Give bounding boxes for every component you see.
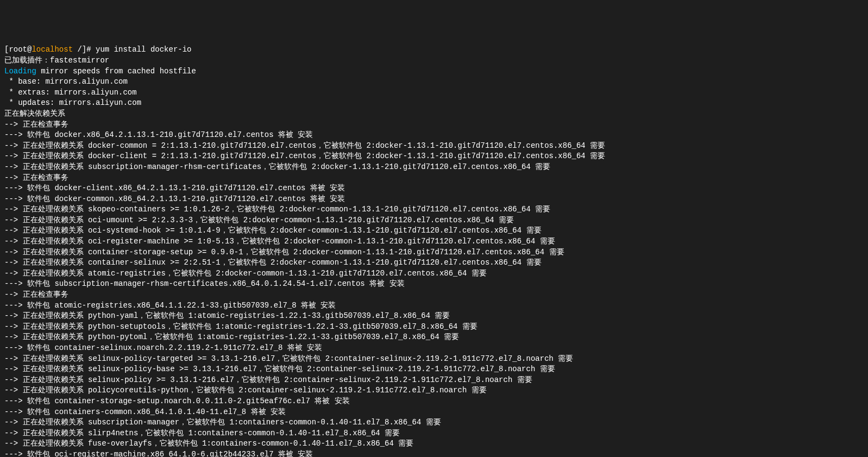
output-segment: Loading xyxy=(4,67,36,76)
output-line: --> 正在处理依赖关系 python-yaml，它被软件包 1:atomic-… xyxy=(4,311,864,322)
output-line: --> 正在处理依赖关系 container-storage-setup >= … xyxy=(4,247,864,258)
output-line: --> 正在处理依赖关系 subscription-manager-rhsm-c… xyxy=(4,162,864,173)
output-line: --> 正在处理依赖关系 selinux-policy-base >= 3.13… xyxy=(4,364,864,375)
output-text: ---> 软件包 docker-client.x86_64.2.1.13.1-2… xyxy=(4,184,345,192)
prompt-suffix: /]# xyxy=(73,45,96,54)
output-text: --> 正在处理依赖关系 container-storage-setup >= … xyxy=(4,248,564,256)
output-text: --> 正在检查事务 xyxy=(4,173,68,182)
output-text: --> 正在处理依赖关系 docker-client = 2:1.13.1-21… xyxy=(4,152,605,160)
output-line: * base: mirrors.aliyun.com xyxy=(4,77,864,87)
output-line: --> 正在检查事务 xyxy=(4,290,864,301)
output-line: --> 正在检查事务 xyxy=(4,173,864,184)
output-line: --> 正在处理依赖关系 python-setuptools，它被软件包 1:a… xyxy=(4,322,864,333)
output-text: 已加载插件：fastestmirror xyxy=(4,56,109,65)
prompt-prefix: [root@ xyxy=(4,45,32,54)
output-text: ---> 软件包 container-selinux.noarch.2.2.11… xyxy=(4,343,322,352)
output-line: --> 正在处理依赖关系 docker-common = 2:1.13.1-21… xyxy=(4,141,864,152)
output-line: --> 正在处理依赖关系 container-selinux >= 2:2.51… xyxy=(4,258,864,268)
output-text: --> 正在处理依赖关系 slirp4netns，它被软件包 1:contain… xyxy=(4,429,400,437)
output-text: --> 正在处理依赖关系 fuse-overlayfs，它被软件包 1:cont… xyxy=(4,439,413,448)
output-line: --> 正在处理依赖关系 skopeo-containers >= 1:0.1.… xyxy=(4,204,864,215)
output-line: 正在解决依赖关系 xyxy=(4,109,864,120)
output-text: --> 正在处理依赖关系 oci-systemd-hook >= 1:0.1.4… xyxy=(4,226,542,235)
output-line: --> 正在处理依赖关系 policycoreutils-python，它被软件… xyxy=(4,385,864,396)
output-line: Loading mirror speeds from cached hostfi… xyxy=(4,66,864,77)
output-text: --> 正在处理依赖关系 python-pytoml，它被软件包 1:atomi… xyxy=(4,333,459,341)
output-text: --> 正在处理依赖关系 python-setuptools，它被软件包 1:a… xyxy=(4,322,477,331)
output-text: --> 正在检查事务 xyxy=(4,120,68,129)
output-text: --> 正在处理依赖关系 python-yaml，它被软件包 1:atomic-… xyxy=(4,311,450,320)
output-line: * extras: mirrors.aliyun.com xyxy=(4,87,864,98)
output-text: --> 正在处理依赖关系 subscription-manager-rhsm-c… xyxy=(4,162,550,171)
output-text: --> 正在处理依赖关系 oci-register-machine >= 1:0… xyxy=(4,237,555,246)
output-text: ---> 软件包 atomic-registries.x86_64.1.1.22… xyxy=(4,301,336,310)
output-text: --> 正在处理依赖关系 oci-umount >= 2:2.3.3-3，它被软… xyxy=(4,216,514,224)
output-line: ---> 软件包 subscription-manager-rhsm-certi… xyxy=(4,279,864,290)
output-text: --> 正在处理依赖关系 atomic-registries，它被软件包 2:d… xyxy=(4,269,487,278)
output-text: * base: mirrors.aliyun.com xyxy=(4,77,128,86)
prompt-line: [root@localhost /]# yum install docker-i… xyxy=(4,45,864,55)
output-line: --> 正在处理依赖关系 oci-umount >= 2:2.3.3-3，它被软… xyxy=(4,215,864,226)
output-text: ---> 软件包 container-storage-setup.noarch.… xyxy=(4,397,350,405)
output-line: --> 正在处理依赖关系 selinux-policy >= 3.13.1-21… xyxy=(4,375,864,386)
output-text: ---> 软件包 docker-common.x86_64.2.1.13.1-2… xyxy=(4,195,345,203)
terminal-output[interactable]: [root@localhost /]# yum install docker-i… xyxy=(4,45,864,457)
output-line: ---> 软件包 container-storage-setup.noarch.… xyxy=(4,396,864,407)
output-line: ---> 软件包 atomic-registries.x86_64.1.1.22… xyxy=(4,301,864,311)
output-text: --> 正在处理依赖关系 subscription-manager，它被软件包 … xyxy=(4,418,441,427)
output-line: --> 正在处理依赖关系 selinux-policy-targeted >= … xyxy=(4,354,864,365)
output-text: --> 正在处理依赖关系 selinux-policy >= 3.13.1-21… xyxy=(4,375,532,384)
output-text: * updates: mirrors.aliyun.com xyxy=(4,98,141,107)
output-line: --> 正在处理依赖关系 fuse-overlayfs，它被软件包 1:cont… xyxy=(4,439,864,449)
output-text: --> 正在处理依赖关系 policycoreutils-python，它被软件… xyxy=(4,386,487,395)
output-line: * updates: mirrors.aliyun.com xyxy=(4,98,864,109)
output-line: --> 正在处理依赖关系 oci-systemd-hook >= 1:0.1.4… xyxy=(4,226,864,236)
output-line: ---> 软件包 oci-register-machine.x86_64.1.0… xyxy=(4,449,864,457)
output-line: 已加载插件：fastestmirror xyxy=(4,55,864,66)
output-line: ---> 软件包 container-selinux.noarch.2.2.11… xyxy=(4,343,864,354)
output-text: --> 正在处理依赖关系 selinux-policy-base >= 3.13… xyxy=(4,365,555,373)
output-text: ---> 软件包 containers-common.x86_64.1.0.1.… xyxy=(4,408,286,416)
output-line: ---> 软件包 containers-common.x86_64.1.0.1.… xyxy=(4,407,864,418)
output-text: --> 正在处理依赖关系 skopeo-containers >= 1:0.1.… xyxy=(4,205,550,214)
output-line: --> 正在处理依赖关系 docker-client = 2:1.13.1-21… xyxy=(4,151,864,162)
output-text: 正在解决依赖关系 xyxy=(4,109,65,118)
output-line: ---> 软件包 docker.x86_64.2.1.13.1-210.git7… xyxy=(4,130,864,141)
prompt-host: localhost xyxy=(32,45,73,54)
output-line: --> 正在处理依赖关系 atomic-registries，它被软件包 2:d… xyxy=(4,268,864,279)
output-line: ---> 软件包 docker-client.x86_64.2.1.13.1-2… xyxy=(4,183,864,194)
output-text: --> 正在处理依赖关系 docker-common = 2:1.13.1-21… xyxy=(4,141,605,150)
output-text: --> 正在处理依赖关系 container-selinux >= 2:2.51… xyxy=(4,258,542,267)
output-line: --> 正在处理依赖关系 oci-register-machine >= 1:0… xyxy=(4,236,864,247)
output-line: --> 正在处理依赖关系 python-pytoml，它被软件包 1:atomi… xyxy=(4,332,864,343)
output-line: --> 正在检查事务 xyxy=(4,120,864,130)
output-text: --> 正在检查事务 xyxy=(4,290,68,299)
command-text: yum install docker-io xyxy=(96,45,191,54)
output-line: --> 正在处理依赖关系 slirp4netns，它被软件包 1:contain… xyxy=(4,428,864,439)
output-text: --> 正在处理依赖关系 selinux-policy-targeted >= … xyxy=(4,354,573,363)
output-text: ---> 软件包 docker.x86_64.2.1.13.1-210.git7… xyxy=(4,130,313,139)
output-line: ---> 软件包 docker-common.x86_64.2.1.13.1-2… xyxy=(4,194,864,205)
output-text: ---> 软件包 subscription-manager-rhsm-certi… xyxy=(4,279,405,288)
output-segment: mirror speeds from cached hostfile xyxy=(36,67,196,76)
output-text: * extras: mirrors.aliyun.com xyxy=(4,88,137,97)
output-line: --> 正在处理依赖关系 subscription-manager，它被软件包 … xyxy=(4,417,864,428)
output-text: ---> 软件包 oci-register-machine.x86_64.1.0… xyxy=(4,450,313,457)
output-lines: 已加载插件：fastestmirrorLoading mirror speeds… xyxy=(4,55,864,457)
